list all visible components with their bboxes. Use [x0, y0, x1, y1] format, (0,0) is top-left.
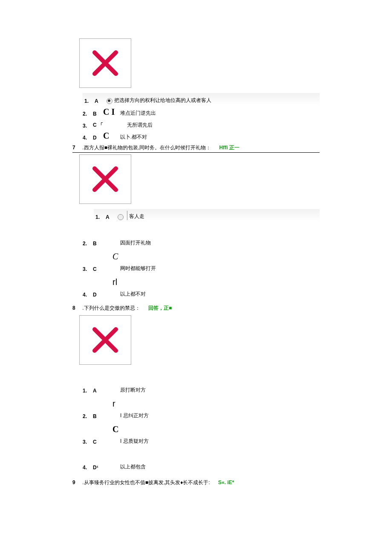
- q8-option-d[interactable]: 4. D¹ 以上都包含: [83, 460, 320, 471]
- option-letter: A: [95, 98, 105, 104]
- option-mark: rl: [112, 277, 117, 287]
- option-letter: C 「: [93, 122, 110, 129]
- option-mark: r: [112, 399, 115, 409]
- option-mark: C I: [103, 107, 120, 117]
- q8-option-b[interactable]: r 2. B I 忌纠正对方: [83, 409, 320, 419]
- q6-option-c[interactable]: 3. C 「 无所谓先后: [83, 119, 320, 129]
- error-x-image: [79, 315, 131, 365]
- option-letter: C: [93, 266, 103, 272]
- q8-option-c[interactable]: C 3. C I 忌质疑对方: [83, 435, 320, 445]
- red-x-icon: [90, 48, 120, 78]
- q6-option-a[interactable]: 1. A 把选择方向的权利让给地位高的人或者客人: [83, 93, 320, 105]
- option-text: 以卜.都不对: [120, 134, 320, 141]
- option-number: 2.: [83, 413, 93, 419]
- option-letter: B: [93, 241, 103, 247]
- error-x-image: [79, 38, 131, 88]
- option-letter: D: [93, 135, 103, 141]
- question-number: 7: [72, 145, 81, 151]
- question-text: .下列什么是交傲的禁忌：: [82, 305, 140, 311]
- error-x-image: [79, 154, 131, 204]
- radio-empty-icon: [116, 214, 125, 220]
- option-mark: C: [103, 131, 120, 141]
- question-answer-badge: 回答，正■: [148, 305, 172, 311]
- q7-option-b[interactable]: 2. B 因面打开礼物: [83, 236, 320, 247]
- option-text: 因面打开礼物: [120, 239, 320, 247]
- option-number: 2.: [83, 241, 93, 247]
- option-number: 4.: [83, 292, 93, 298]
- q8-header: 8 .下列什么是交傲的禁忌： 回答，正■: [72, 305, 320, 312]
- option-mark: C: [112, 252, 118, 262]
- option-letter: A: [93, 388, 103, 394]
- q7-option-d[interactable]: rl 4. D 以上都不对: [83, 288, 320, 298]
- option-letter: A: [106, 214, 116, 220]
- option-text: 客人走: [129, 213, 318, 220]
- option-text: I 忌质疑对方: [120, 438, 320, 445]
- option-letter: D¹: [93, 465, 103, 471]
- option-text: 以上都不对: [120, 291, 320, 298]
- option-letter: C: [93, 439, 103, 445]
- option-text: 无所谓先后: [127, 122, 320, 129]
- option-number: 3.: [83, 266, 93, 272]
- q7-option-a[interactable]: 1. A 客人走: [94, 209, 320, 221]
- option-number: 3.: [83, 123, 93, 129]
- option-mark: C: [112, 424, 118, 434]
- option-letter: B: [93, 413, 103, 419]
- option-text: I 忌纠正对方: [120, 412, 320, 419]
- option-number: 1.: [84, 98, 95, 104]
- option-text: 以上都包含: [120, 463, 320, 471]
- option-text: 堆点近门逆先出: [120, 110, 320, 117]
- question-text: .从事臻务行业的女性也不值■披离发,其头发♦长不成长于:: [82, 479, 210, 485]
- q8-option-a[interactable]: 1. A 原打断对方: [83, 384, 320, 394]
- red-x-icon: [90, 325, 120, 355]
- question-text: .西方人报■裸礼物的包装,同时务。在什么时候打开礼物：: [82, 145, 211, 151]
- document-page: 1. A 把选择方向的权利让给地位高的人或者客人 2. B C I 堆点近门逆先…: [0, 0, 392, 503]
- question-number: 9: [72, 479, 81, 485]
- option-number: 1.: [83, 388, 93, 394]
- radio-selected-icon: [105, 98, 114, 104]
- question-answer-badge: S«. iE*: [218, 479, 234, 485]
- option-letter: D: [93, 292, 103, 298]
- question-number: 8: [72, 305, 81, 311]
- red-x-icon: [90, 164, 120, 194]
- option-number: 2.: [83, 111, 93, 117]
- option-text: 把选择方向的权利让给地位高的人或者客人: [114, 97, 318, 104]
- divider-icon: [127, 211, 127, 220]
- option-number: 4.: [83, 465, 93, 471]
- option-number: 4.: [83, 135, 93, 141]
- q6-option-b[interactable]: 2. B C I 堆点近门逆先出: [83, 107, 320, 117]
- q9-header: 9 .从事臻务行业的女性也不值■披离发,其头发♦长不成长于: S«. iE*: [72, 479, 320, 486]
- option-text: 网时都能够打开: [120, 265, 320, 272]
- q6-option-d[interactable]: 4. D C 以卜.都不对: [83, 131, 320, 141]
- option-letter: B: [93, 111, 103, 117]
- question-answer-badge: Hffi 正一: [219, 145, 239, 151]
- q7-option-c[interactable]: C 3. C 网时都能够打开: [83, 262, 320, 272]
- option-text: 原打断对方: [120, 386, 320, 394]
- option-number: 1.: [95, 214, 106, 220]
- option-number: 3.: [83, 439, 93, 445]
- q7-header: 7 .西方人报■裸礼物的包装,同时务。在什么时候打开礼物： Hffi 正一: [72, 144, 320, 153]
